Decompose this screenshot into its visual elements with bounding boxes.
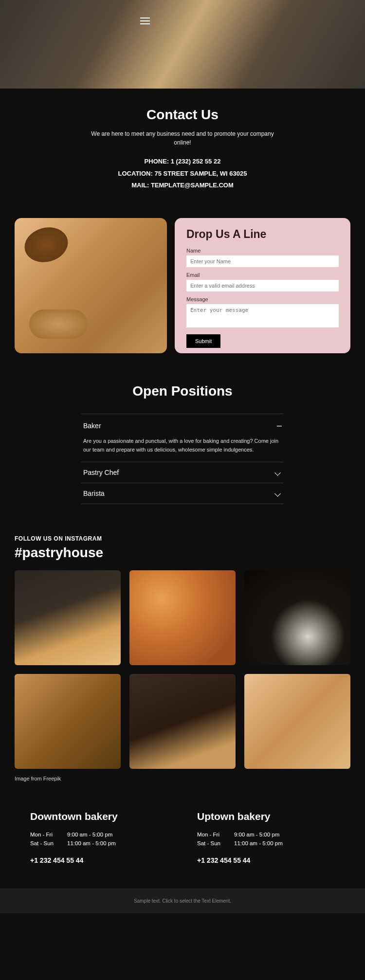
hours-row: Sat - Sun 11:00 am - 5:00 pm — [30, 839, 168, 848]
positions-title: Open Positions — [15, 383, 350, 399]
gallery-image[interactable] — [129, 674, 236, 769]
name-input[interactable] — [186, 255, 339, 267]
location-phone: +1 232 454 55 44 — [30, 856, 168, 864]
follow-label: FOLLOW US ON INSTAGRAM — [15, 535, 350, 542]
location-downtown: Downtown bakery Mon - Fri 9:00 am - 5:00… — [30, 811, 168, 865]
accordion-head[interactable]: Barista — [81, 483, 284, 504]
submit-button[interactable]: Submit — [186, 334, 220, 348]
gallery-image[interactable] — [244, 570, 350, 665]
footer: Sample text. Click to select the Text El… — [0, 889, 365, 913]
hours-days: Sat - Sun — [30, 839, 61, 848]
accordion-item-baker: Baker – Are you a passionate and punctua… — [81, 414, 284, 462]
gallery-image[interactable] — [15, 570, 121, 665]
hours-time: 9:00 am - 5:00 pm — [67, 830, 112, 839]
chevron-down-icon — [275, 469, 282, 476]
hamburger-menu-icon[interactable] — [140, 18, 150, 24]
accordion-item-barista: Barista — [81, 483, 284, 504]
hours-time: 11:00 am - 5:00 pm — [234, 839, 283, 848]
gallery-image[interactable] — [244, 674, 350, 769]
hours-time: 11:00 am - 5:00 pm — [67, 839, 116, 848]
contact-title: Contact Us — [15, 107, 350, 123]
bread-image-card — [15, 218, 167, 353]
hero-image — [0, 0, 365, 89]
instagram-section: FOLLOW US ON INSTAGRAM #pastryhouse Imag… — [0, 504, 365, 781]
form-title: Drop Us A Line — [186, 228, 339, 241]
accordion-title: Pastry Chef — [83, 469, 119, 476]
image-credit: Image from Freepik — [15, 776, 350, 781]
contact-tagline: We are here to meet any business need an… — [90, 129, 275, 147]
name-label: Name — [186, 248, 339, 254]
accordion-item-pastry-chef: Pastry Chef — [81, 462, 284, 483]
contact-phone: PHONE: 1 (232) 252 55 22 — [15, 156, 350, 168]
email-input[interactable] — [186, 280, 339, 291]
form-row: Drop Us A Line Name Email Message Submit — [0, 192, 365, 353]
accordion-head[interactable]: Baker – — [81, 414, 284, 437]
contact-mail: MAIL: TEMPLATE@SAMPLE.COM — [15, 180, 350, 192]
hours-time: 9:00 am - 5:00 pm — [234, 830, 279, 839]
hours-row: Mon - Fri 9:00 am - 5:00 pm — [197, 830, 335, 839]
accordion-title: Barista — [83, 490, 105, 497]
accordion-body: Are you a passionate and punctual, with … — [81, 437, 284, 462]
image-grid — [15, 570, 350, 768]
hours-row: Sat - Sun 11:00 am - 5:00 pm — [197, 839, 335, 848]
contact-info: PHONE: 1 (232) 252 55 22 LOCATION: 75 ST… — [15, 156, 350, 192]
contact-location: LOCATION: 75 STREET SAMPLE, WI 63025 — [15, 168, 350, 180]
contact-form-card: Drop Us A Line Name Email Message Submit — [175, 218, 350, 353]
minus-icon: – — [277, 420, 282, 431]
message-label: Message — [186, 296, 339, 302]
hours-row: Mon - Fri 9:00 am - 5:00 pm — [30, 830, 168, 839]
hours-days: Sat - Sun — [197, 839, 228, 848]
location-name: Downtown bakery — [30, 811, 168, 822]
email-label: Email — [186, 272, 339, 278]
positions-section: Open Positions Baker – Are you a passion… — [0, 353, 365, 504]
location-phone: +1 232 454 55 44 — [197, 856, 335, 864]
hashtag: #pastryhouse — [15, 545, 350, 561]
accordion: Baker – Are you a passionate and punctua… — [81, 414, 284, 504]
gallery-image[interactable] — [129, 570, 236, 665]
accordion-head[interactable]: Pastry Chef — [81, 462, 284, 483]
accordion-title: Baker — [83, 422, 101, 430]
gallery-image[interactable] — [15, 674, 121, 769]
message-input[interactable] — [186, 304, 339, 327]
hours-days: Mon - Fri — [30, 830, 61, 839]
footer-text: Sample text. Click to select the Text El… — [134, 898, 231, 904]
contact-section: Contact Us We are here to meet any busin… — [0, 89, 365, 192]
location-uptown: Uptown bakery Mon - Fri 9:00 am - 5:00 p… — [197, 811, 335, 865]
chevron-down-icon — [275, 490, 282, 497]
locations-section: Downtown bakery Mon - Fri 9:00 am - 5:00… — [0, 781, 365, 889]
hours-days: Mon - Fri — [197, 830, 228, 839]
location-name: Uptown bakery — [197, 811, 335, 822]
